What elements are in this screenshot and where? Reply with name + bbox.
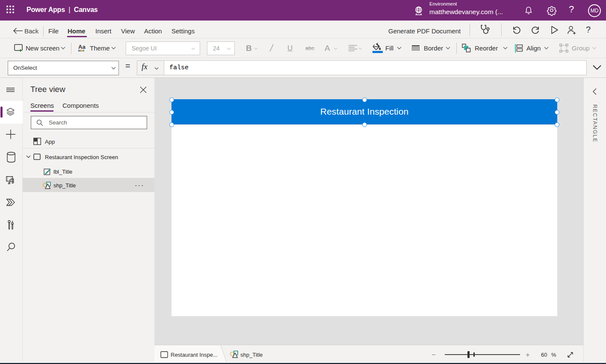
svg-text:Aa: Aa: [78, 44, 86, 50]
